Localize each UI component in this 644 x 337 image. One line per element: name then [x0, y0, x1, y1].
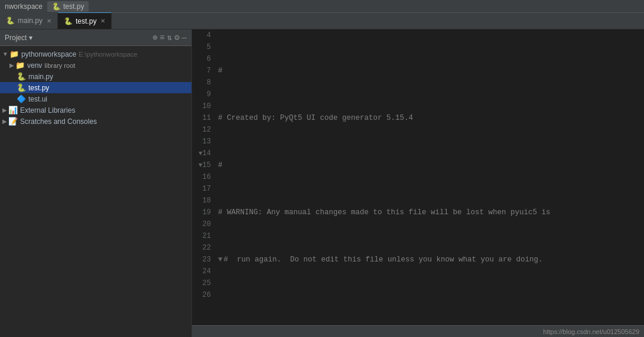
- sidebar: Project ▾ ⊕ ≡ ⇅ ⚙ — ▼ 📁 pythonworkspace …: [0, 30, 192, 337]
- tab-test-py-close[interactable]: ✕: [100, 18, 105, 24]
- status-url: https://blog.csdn.net/u012505629: [543, 328, 639, 335]
- venv-label: venv: [27, 61, 42, 70]
- line5-text: # Created by: PyQt5 UI code generator 5.…: [218, 112, 413, 124]
- tab-main-py[interactable]: 🐍 main.py ✕: [0, 12, 58, 29]
- line4-text: #: [218, 65, 223, 77]
- title-file-label: test.py: [63, 2, 84, 11]
- root-label: pythonworkspace: [21, 50, 76, 58]
- tab-main-py-close[interactable]: ✕: [47, 18, 51, 24]
- line-numbers: 4 5 6 7 8 9 10 11 12 13 ▼14 ▼15 16 17 18…: [192, 30, 213, 325]
- tab-test-py-icon: 🐍: [64, 17, 73, 25]
- test-py-label: test.py: [28, 84, 49, 92]
- code-line-4: #: [218, 65, 639, 77]
- sidebar-header-title: Project ▾: [5, 34, 32, 42]
- code-editor: 4 5 6 7 8 9 10 11 12 13 ▼14 ▼15 16 17 18…: [192, 30, 644, 337]
- ext-lib-arrow: ▶: [2, 107, 7, 113]
- add-icon[interactable]: ⊕: [152, 32, 157, 42]
- root-path: E:\pythonworkspace: [79, 51, 137, 58]
- ext-lib-icon: 📊: [8, 106, 18, 114]
- sidebar-content: ▼ 📁 pythonworkspace E:\pythonworkspace ▶…: [0, 46, 191, 337]
- sidebar-header: Project ▾ ⊕ ≡ ⇅ ⚙ —: [0, 30, 191, 46]
- close-icon[interactable]: —: [182, 33, 187, 42]
- venv-folder-icon: 📁: [15, 61, 25, 70]
- tree-scratches-consoles[interactable]: ▶ 📝 Scratches and Consoles: [0, 116, 191, 127]
- code-area[interactable]: 4 5 6 7 8 9 10 11 12 13 ▼14 ▼15 16 17 18…: [192, 30, 644, 325]
- tree-test-py[interactable]: 🐍 test.py: [0, 82, 191, 93]
- sidebar-header-icons: ⊕ ≡ ⇅ ⚙ —: [152, 32, 187, 42]
- code-line-6: #: [218, 159, 639, 171]
- tree-test-ui[interactable]: 🔷 test.ui: [0, 93, 191, 104]
- code-content[interactable]: # # Created by: PyQt5 UI code generator …: [213, 30, 644, 325]
- test-ui-label: test.ui: [28, 95, 47, 103]
- ext-lib-label: External Libraries: [20, 106, 75, 114]
- line7-text: # WARNING: Any manual changes made to th…: [218, 207, 551, 218]
- code-line-5: # Created by: PyQt5 UI code generator 5.…: [218, 112, 639, 124]
- tab-bar: 🐍 main.py ✕ 🐍 test.py ✕: [0, 13, 644, 30]
- line8-text: # run again. Do not edit this file unles…: [224, 254, 543, 266]
- scratch-label: Scratches and Consoles: [20, 117, 97, 126]
- venv-arrow: ▶: [9, 62, 14, 68]
- title-bar: nworkspace 🐍 test.py: [0, 0, 644, 13]
- test-py-icon: 🐍: [17, 83, 26, 92]
- main-layout: Project ▾ ⊕ ≡ ⇅ ⚙ — ▼ 📁 pythonworkspace …: [0, 30, 644, 337]
- settings-icon[interactable]: ⚙: [174, 32, 179, 42]
- tree-root[interactable]: ▼ 📁 pythonworkspace E:\pythonworkspace: [0, 48, 191, 60]
- list-icon[interactable]: ≡: [160, 33, 164, 42]
- tab-main-py-label: main.py: [18, 17, 43, 25]
- main-py-label: main.py: [28, 73, 53, 81]
- title-file-icon: 🐍: [52, 2, 61, 11]
- tab-main-py-icon: 🐍: [6, 17, 15, 25]
- code-line-7: # WARNING: Any manual changes made to th…: [218, 207, 639, 218]
- code-line-9: [218, 301, 639, 313]
- main-py-icon: 🐍: [17, 72, 26, 81]
- venv-hint: library root: [44, 62, 75, 69]
- tree-venv[interactable]: ▶ 📁 venv library root: [0, 60, 191, 71]
- tree-external-libraries[interactable]: ▶ 📊 External Libraries: [0, 104, 191, 116]
- line6-text: #: [218, 159, 223, 171]
- scratch-arrow: ▶: [2, 118, 7, 125]
- tab-test-py[interactable]: 🐍 test.py ✕: [58, 12, 112, 29]
- line9-text: [218, 301, 223, 313]
- scratch-icon: 📝: [8, 117, 18, 126]
- tab-test-py-label: test.py: [76, 17, 96, 25]
- status-bar: https://blog.csdn.net/u012505629: [192, 325, 644, 337]
- code-line-8: ▼# run again. Do not edit this file unle…: [218, 254, 639, 266]
- sort-icon[interactable]: ⇅: [167, 32, 172, 42]
- line8-fold-icon: ▼: [218, 254, 223, 266]
- root-arrow: ▼: [2, 51, 8, 57]
- project-dropdown-label: Project ▾: [5, 34, 32, 42]
- root-folder-icon: 📁: [9, 50, 19, 58]
- workspace-title: nworkspace: [5, 2, 43, 11]
- tree-main-py[interactable]: 🐍 main.py: [0, 71, 191, 82]
- test-ui-icon: 🔷: [17, 94, 26, 103]
- title-tab-file: 🐍 test.py: [47, 1, 89, 12]
